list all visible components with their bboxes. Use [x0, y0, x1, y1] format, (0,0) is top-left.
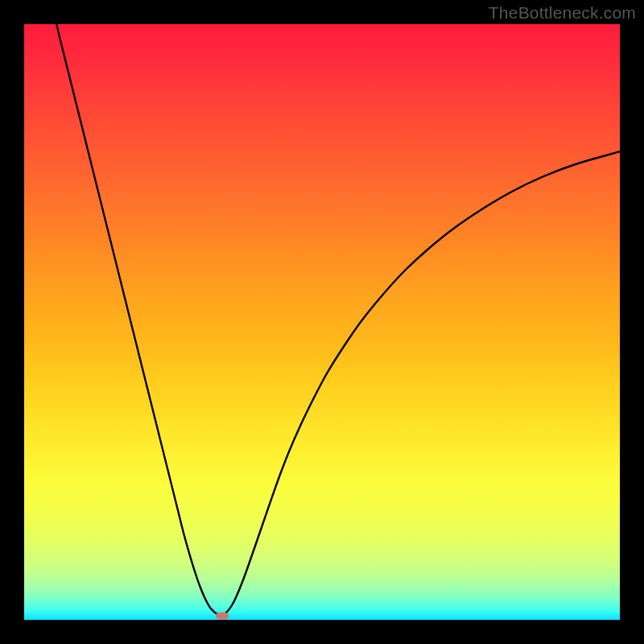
curve-svg [24, 24, 620, 620]
curve-path [55, 24, 620, 615]
plot-area [24, 24, 620, 620]
chart-frame: TheBottleneck.com [0, 0, 644, 644]
minimum-marker [216, 613, 229, 620]
watermark-text: TheBottleneck.com [489, 3, 636, 23]
